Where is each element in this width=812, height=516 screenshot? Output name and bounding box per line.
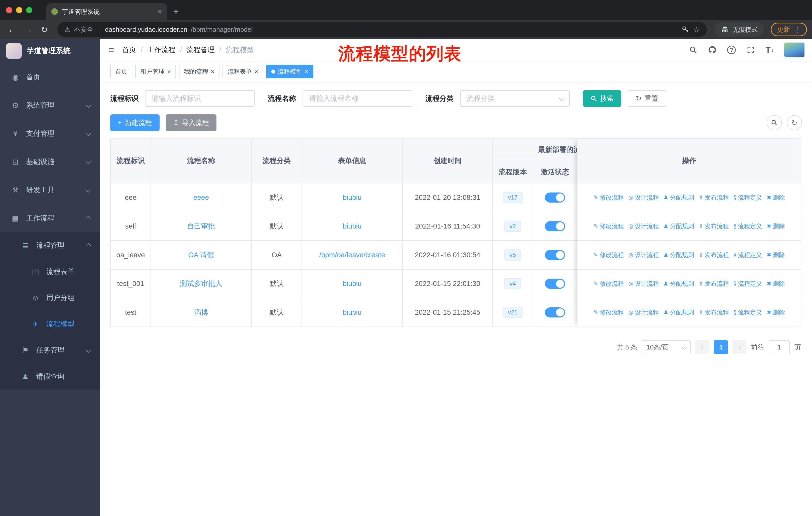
process-name-link[interactable]: OA 请假 — [188, 250, 214, 260]
action-process-definition[interactable]: §流程定义 — [733, 280, 762, 288]
version-badge[interactable]: v2 — [504, 221, 521, 232]
action-assign-rules[interactable]: ♟分配规则 — [663, 308, 694, 317]
action-assign-rules[interactable]: ♟分配规则 — [663, 251, 694, 259]
action-delete-process[interactable]: ✖删除 — [767, 193, 785, 201]
sidebar-item-dev-tools[interactable]: ⚒ 研发工具 — [0, 176, 100, 204]
bookmark-star-icon[interactable]: ☆ — [693, 25, 700, 34]
breadcrumb-item[interactable]: 工作流程 — [147, 45, 175, 55]
password-key-icon[interactable] — [682, 25, 689, 33]
action-edit-process[interactable]: ✎修改流程 — [593, 251, 624, 259]
breadcrumb-item[interactable]: 流程管理 — [186, 45, 215, 55]
help-icon[interactable]: ? — [726, 44, 736, 55]
close-icon[interactable]: × — [167, 68, 171, 75]
action-publish-process[interactable]: ⇧发布流程 — [698, 222, 729, 230]
action-process-definition[interactable]: §流程定义 — [733, 222, 762, 230]
process-name-link[interactable]: 自己审批 — [187, 221, 215, 231]
back-icon[interactable]: ← — [5, 25, 19, 34]
page-1-button[interactable]: 1 — [714, 340, 728, 354]
action-assign-rules[interactable]: ♟分配规则 — [663, 222, 694, 230]
action-delete-process[interactable]: ✖删除 — [767, 308, 785, 317]
close-icon[interactable]: × — [211, 68, 214, 75]
process-name-link[interactable]: eeee — [193, 193, 209, 201]
sidebar-item-process-management[interactable]: ≣ 流程管理 — [0, 232, 100, 259]
new-tab-button[interactable]: + — [173, 6, 179, 17]
action-design-process[interactable]: ◎设计流程 — [628, 308, 659, 317]
active-toggle[interactable] — [545, 221, 565, 231]
prev-page-button[interactable]: ‹ — [695, 340, 709, 354]
action-edit-process[interactable]: ✎修改流程 — [593, 280, 624, 288]
action-edit-process[interactable]: ✎修改流程 — [593, 222, 624, 230]
category-select[interactable]: 流程分类 — [460, 90, 570, 107]
sidebar-item-home[interactable]: ◉ 首页 — [0, 63, 100, 91]
toggle-search-button[interactable] — [767, 115, 782, 130]
update-button[interactable]: 更新 ⋮ — [771, 23, 807, 36]
sidebar-item-workflow[interactable]: ▦ 工作流程 — [0, 204, 100, 232]
process-name-input[interactable] — [302, 90, 412, 107]
action-design-process[interactable]: ◎设计流程 — [628, 193, 659, 201]
action-assign-rules[interactable]: ♟分配规则 — [663, 193, 694, 201]
version-badge[interactable]: v5 — [504, 249, 521, 261]
action-process-definition[interactable]: §流程定义 — [733, 251, 762, 259]
tag-home[interactable]: 首页 — [110, 65, 133, 78]
active-toggle[interactable] — [545, 307, 565, 318]
form-info-link[interactable]: biubiu — [343, 308, 362, 317]
process-key-input[interactable] — [145, 90, 255, 107]
process-name-link[interactable]: 测试多审批人 — [180, 279, 222, 289]
action-publish-process[interactable]: ⇧发布流程 — [698, 251, 729, 259]
create-process-button[interactable]: + 新建流程 — [110, 114, 160, 131]
search-button[interactable]: 搜索 — [583, 90, 621, 107]
action-assign-rules[interactable]: ♟分配规则 — [663, 280, 694, 288]
sidebar-item-system-management[interactable]: ⚙ 系统管理 — [0, 91, 100, 119]
browser-tab[interactable]: 芋道管理系统 × — [46, 3, 167, 20]
action-delete-process[interactable]: ✖删除 — [767, 222, 785, 230]
action-delete-process[interactable]: ✖删除 — [767, 251, 785, 259]
action-publish-process[interactable]: ⇧发布流程 — [698, 308, 729, 317]
sidebar-item-process-form[interactable]: ▤ 流程表单 — [0, 259, 100, 285]
form-info-link[interactable]: biubiu — [343, 280, 362, 288]
action-edit-process[interactable]: ✎修改流程 — [593, 193, 624, 201]
action-design-process[interactable]: ◎设计流程 — [628, 280, 659, 288]
action-process-definition[interactable]: §流程定义 — [733, 308, 762, 317]
tag-my-process[interactable]: 我的流程 × — [179, 65, 220, 78]
tab-close-icon[interactable]: × — [157, 7, 162, 16]
action-publish-process[interactable]: ⇧发布流程 — [698, 280, 729, 288]
import-process-button[interactable]: ↥ 导入流程 — [166, 114, 217, 131]
form-info-link[interactable]: biubiu — [343, 222, 362, 230]
action-publish-process[interactable]: ⇧发布流程 — [698, 193, 729, 201]
sidebar-item-user-group[interactable]: ☺ 用户分组 — [0, 285, 100, 311]
user-avatar[interactable] — [784, 42, 805, 57]
next-page-button[interactable]: › — [732, 340, 747, 354]
form-info-link[interactable]: biubiu — [343, 193, 362, 201]
goto-page-input[interactable] — [769, 340, 790, 354]
action-process-definition[interactable]: §流程定义 — [733, 193, 762, 201]
window-minimize-button[interactable] — [16, 7, 22, 13]
hamburger-icon[interactable]: ≡ — [108, 44, 114, 56]
reset-button[interactable]: ↻ 重置 — [628, 90, 666, 107]
version-badge[interactable]: v21 — [503, 307, 523, 318]
search-icon[interactable] — [688, 44, 698, 55]
form-info-link[interactable]: /bpm/oa/leave/create — [319, 251, 385, 259]
version-badge[interactable]: v4 — [504, 278, 521, 289]
sidebar-item-process-model[interactable]: ✈ 流程模型 — [0, 311, 100, 337]
action-delete-process[interactable]: ✖删除 — [767, 280, 785, 288]
tag-process-form[interactable]: 流程表单 × — [223, 65, 263, 78]
version-badge[interactable]: v17 — [503, 192, 523, 203]
forward-icon[interactable]: → — [21, 25, 35, 34]
active-toggle[interactable] — [545, 250, 565, 260]
sidebar-item-task-management[interactable]: ⚑ 任务管理 — [0, 337, 100, 363]
process-name-link[interactable]: 滔博 — [194, 308, 208, 317]
font-size-icon[interactable]: T↕ — [765, 44, 775, 55]
fullscreen-icon[interactable] — [746, 44, 756, 55]
close-icon[interactable]: × — [254, 68, 258, 75]
browser-menu-icon[interactable]: ⋮ — [794, 25, 801, 34]
page-size-select[interactable]: 10条/页 — [642, 340, 691, 354]
sidebar-item-leave-query[interactable]: ♟ 请假查询 — [0, 363, 100, 389]
address-bar[interactable]: ⚠ 不安全 dashboard.yudao.iocoder.cn/bpm/man… — [57, 22, 707, 37]
action-design-process[interactable]: ◎设计流程 — [628, 222, 659, 230]
github-icon[interactable] — [707, 44, 717, 55]
window-zoom-button[interactable] — [26, 7, 32, 13]
refresh-button[interactable]: ↻ — [787, 115, 802, 130]
tag-tenant-management[interactable]: 租户管理 × — [136, 65, 176, 78]
reload-icon[interactable]: ↻ — [37, 24, 51, 34]
tag-process-model[interactable]: 流程模型 × — [266, 65, 313, 78]
